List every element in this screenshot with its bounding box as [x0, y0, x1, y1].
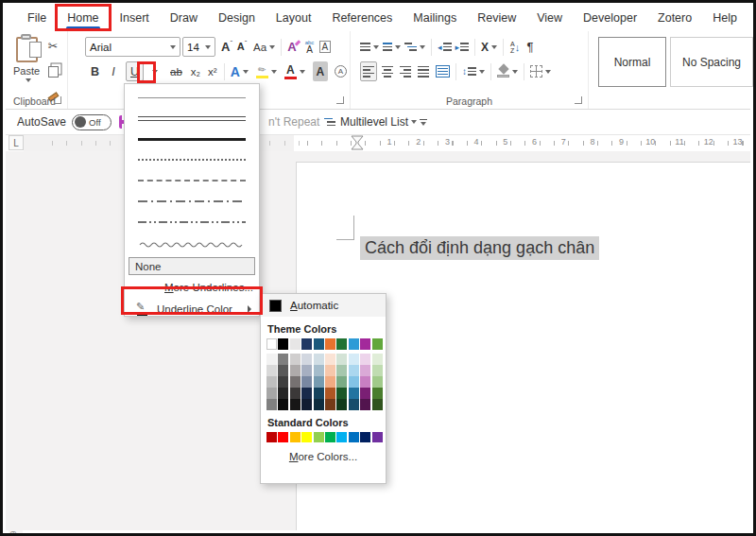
- theme-variant-swatch[interactable]: [290, 388, 301, 399]
- text-effects-button[interactable]: A: [229, 61, 250, 81]
- multilevel-list-button[interactable]: [403, 37, 427, 57]
- selected-text[interactable]: Cách đổi định dạng gạch chân: [360, 236, 599, 260]
- theme-variant-swatch[interactable]: [266, 388, 277, 399]
- menu-tab-view[interactable]: View: [526, 7, 573, 29]
- theme-variant-swatch[interactable]: [314, 365, 324, 376]
- automatic-color-item[interactable]: Automatic: [261, 294, 386, 317]
- clipboard-dialog-launcher-icon[interactable]: [54, 96, 61, 104]
- underline-style-dotted[interactable]: [125, 149, 259, 170]
- highlight-color-button[interactable]: ✎: [254, 61, 279, 81]
- enclose-characters-button[interactable]: A: [333, 61, 349, 81]
- standard-color-swatch[interactable]: [301, 432, 312, 442]
- theme-variant-swatch[interactable]: [290, 365, 301, 376]
- underline-color-item[interactable]: ✎ Underline Color: [125, 298, 259, 320]
- paste-button[interactable]: Paste: [13, 37, 40, 82]
- paragraph-dialog-launcher-icon[interactable]: [575, 96, 582, 104]
- tab-selector[interactable]: L: [9, 135, 24, 150]
- theme-variant-swatch[interactable]: [314, 399, 324, 410]
- phonetic-guide-button[interactable]: abcA: [302, 37, 318, 57]
- menu-tab-developer[interactable]: Developer: [573, 7, 647, 29]
- more-underlines-item[interactable]: More Underlines...: [125, 278, 259, 296]
- theme-variant-swatch[interactable]: [301, 354, 312, 365]
- increase-indent-button[interactable]: ▸: [454, 37, 472, 57]
- menu-tab-design[interactable]: Design: [208, 7, 266, 29]
- theme-color-swatch[interactable]: [372, 338, 383, 350]
- theme-variant-swatch[interactable]: [372, 365, 383, 376]
- theme-variant-swatch[interactable]: [266, 354, 277, 365]
- sort-button[interactable]: AZ↓: [507, 37, 523, 57]
- menu-tab-help[interactable]: Help: [702, 7, 747, 29]
- theme-variant-swatch[interactable]: [278, 365, 288, 376]
- theme-variant-swatch[interactable]: [314, 388, 324, 399]
- style-no-spacing[interactable]: No Spacing: [670, 37, 753, 87]
- menu-tab-home[interactable]: Home: [57, 7, 109, 29]
- theme-variant-swatch[interactable]: [301, 376, 312, 388]
- menu-tab-draw[interactable]: Draw: [160, 7, 208, 29]
- underline-style-dash-dot-dot[interactable]: [125, 212, 259, 233]
- theme-variant-swatch[interactable]: [290, 354, 301, 365]
- distribute-button[interactable]: [434, 61, 452, 81]
- character-shading-button[interactable]: A: [313, 61, 328, 81]
- cant-repeat-button[interactable]: n't Repeat: [268, 115, 319, 129]
- theme-color-swatch[interactable]: [290, 338, 301, 350]
- theme-variant-swatch[interactable]: [336, 376, 347, 388]
- copy-button[interactable]: [45, 61, 60, 81]
- menu-tab-mailings[interactable]: Mailings: [403, 7, 467, 29]
- theme-variant-swatch[interactable]: [314, 354, 324, 365]
- theme-variant-swatch[interactable]: [278, 388, 288, 399]
- standard-color-swatch[interactable]: [360, 432, 370, 442]
- character-border-button[interactable]: A: [318, 37, 334, 57]
- bullets-button[interactable]: [358, 37, 381, 57]
- theme-color-swatch[interactable]: [325, 338, 335, 350]
- underline-style-thick[interactable]: [125, 129, 259, 149]
- standard-color-swatch[interactable]: [349, 432, 359, 442]
- standard-color-swatch[interactable]: [314, 432, 324, 442]
- theme-variant-swatch[interactable]: [325, 388, 335, 399]
- show-hide-button[interactable]: ¶: [523, 37, 538, 57]
- justify-button[interactable]: [416, 61, 431, 81]
- theme-color-swatch[interactable]: [360, 338, 370, 350]
- theme-variant-swatch[interactable]: [336, 388, 347, 399]
- theme-variant-swatch[interactable]: [349, 376, 359, 388]
- menu-tab-zotero[interactable]: Zotero: [647, 7, 702, 29]
- theme-color-swatch[interactable]: [314, 338, 324, 350]
- theme-variant-swatch[interactable]: [290, 376, 301, 388]
- theme-variant-swatch[interactable]: [290, 399, 301, 410]
- autosave-toggle[interactable]: Off: [72, 114, 112, 130]
- standard-color-swatch[interactable]: [336, 432, 347, 442]
- standard-color-swatch[interactable]: [266, 432, 277, 442]
- underline-dropdown-button[interactable]: [146, 61, 161, 81]
- style-normal[interactable]: Normal: [598, 37, 666, 87]
- font-dialog-launcher-icon[interactable]: [336, 96, 344, 104]
- cut-button[interactable]: ✂: [45, 36, 60, 56]
- theme-variant-swatch[interactable]: [336, 399, 347, 410]
- theme-color-swatch[interactable]: [349, 338, 359, 350]
- multilevel-list-qat-button[interactable]: Multilevel List: [324, 115, 417, 129]
- align-left-button[interactable]: [360, 61, 377, 81]
- underline-button[interactable]: U: [126, 61, 144, 81]
- theme-variant-swatch[interactable]: [360, 388, 370, 399]
- standard-color-swatch[interactable]: [372, 432, 383, 442]
- theme-variant-swatch[interactable]: [349, 399, 359, 410]
- grow-font-button[interactable]: Aˆ: [219, 37, 234, 57]
- underline-style-wavy[interactable]: [125, 233, 259, 253]
- theme-variant-swatch[interactable]: [325, 399, 335, 410]
- more-colors-item[interactable]: More Colors...: [261, 451, 386, 462]
- underline-style-dashed[interactable]: [125, 170, 259, 191]
- align-right-button[interactable]: [398, 61, 413, 81]
- font-size-input[interactable]: 14: [182, 37, 215, 57]
- toolbar-overflow-button[interactable]: [420, 119, 427, 126]
- theme-color-swatch[interactable]: [266, 338, 277, 350]
- theme-variant-swatch[interactable]: [360, 399, 370, 410]
- clear-formatting-button[interactable]: A: [285, 37, 301, 57]
- theme-variant-swatch[interactable]: [266, 376, 277, 388]
- menu-tab-layout[interactable]: Layout: [266, 7, 322, 29]
- menu-tab-file[interactable]: File: [17, 7, 57, 29]
- theme-variant-swatch[interactable]: [278, 376, 288, 388]
- asian-layout-button[interactable]: X: [479, 37, 499, 57]
- theme-variant-swatch[interactable]: [372, 399, 383, 410]
- theme-variant-swatch[interactable]: [349, 354, 359, 365]
- theme-variant-swatch[interactable]: [266, 365, 277, 376]
- underline-style-dash-dot[interactable]: [125, 191, 259, 212]
- italic-button[interactable]: I: [106, 61, 121, 81]
